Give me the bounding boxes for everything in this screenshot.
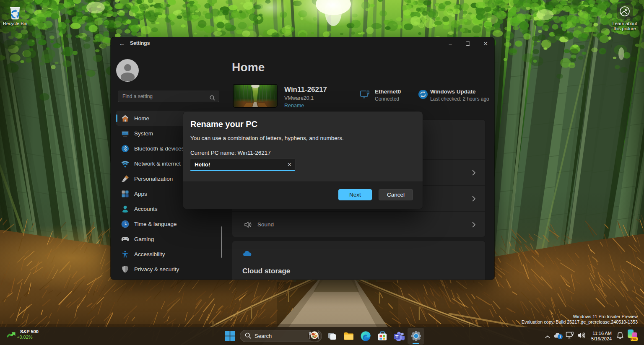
svg-text:i: i [560,335,561,339]
svg-text:PRE: PRE [631,337,637,340]
